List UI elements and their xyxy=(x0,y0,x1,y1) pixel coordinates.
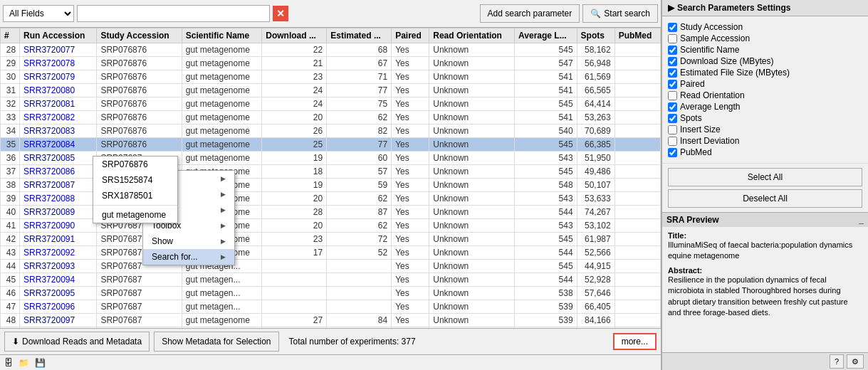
col-orient[interactable]: Read Orientation xyxy=(429,28,515,43)
param-checkbox[interactable] xyxy=(668,46,677,55)
table-row[interactable]: 49SRR3720098SRP07687gut metagenome2062Ye… xyxy=(1,327,661,329)
table-cell: SRP076876 xyxy=(97,84,182,97)
table-cell: 18 xyxy=(262,165,327,179)
col-study[interactable]: Study Accession xyxy=(97,28,182,43)
run-link[interactable]: SRR3720082 xyxy=(23,112,75,122)
run-link[interactable]: SRR3720096 xyxy=(23,302,75,312)
table-cell xyxy=(615,111,660,125)
table-row[interactable]: 30SRR3720079SRP076876gut metagenome2371Y… xyxy=(1,70,661,84)
submenu: SRP076876 SRS1525874 SRX1878501 gut meta… xyxy=(93,156,178,223)
col-spots[interactable]: Spots xyxy=(577,28,615,43)
table-row[interactable]: 35SRR3720084SRP076876gut metagenome2577Y… xyxy=(1,138,661,152)
run-link[interactable]: SRR3720090 xyxy=(23,221,75,231)
run-link[interactable]: SRR3720083 xyxy=(23,126,75,136)
param-checkbox[interactable] xyxy=(668,125,677,134)
param-checkbox[interactable] xyxy=(668,34,677,43)
table-row[interactable]: 29SRR3720078SRP076876gut metagenome2167Y… xyxy=(1,57,661,70)
db-icon[interactable]: 🗄 xyxy=(4,358,13,368)
run-link[interactable]: SRR3720094 xyxy=(23,275,75,285)
run-link[interactable]: SRR3720077 xyxy=(23,45,75,55)
col-pubmed[interactable]: PubMed xyxy=(615,28,660,43)
submenu-item-srp[interactable]: SRP076876 xyxy=(93,157,177,172)
run-link[interactable]: SRR3720079 xyxy=(23,72,75,82)
submenu-item-gut[interactable]: gut metagenome xyxy=(93,207,177,223)
param-checkbox[interactable] xyxy=(668,137,677,146)
clear-button[interactable]: ✕ xyxy=(273,6,288,21)
add-param-button[interactable]: Add search parameter xyxy=(480,4,580,23)
select-all-button[interactable]: Select All xyxy=(668,168,862,186)
ctx-show[interactable]: Show ▶ xyxy=(143,233,234,249)
run-link[interactable]: SRR3720086 xyxy=(23,166,75,176)
table-cell: 39 xyxy=(1,192,20,206)
table-cell: Yes xyxy=(392,233,429,246)
col-paired[interactable]: Paired xyxy=(392,28,429,43)
table-row[interactable]: 28SRR3720077SRP076876gut metagenome2268Y… xyxy=(1,43,661,57)
table-row[interactable]: 45SRR3720094SRP07687gut metagen...YesUnk… xyxy=(1,273,661,287)
col-sci[interactable]: Scientific Name xyxy=(182,28,262,43)
run-link[interactable]: SRR3720095 xyxy=(23,288,75,298)
table-row[interactable]: 46SRR3720095SRP07687gut metagen...YesUnk… xyxy=(1,287,661,300)
table-cell: 62 xyxy=(327,327,392,329)
table-row[interactable]: 33SRR3720082SRP076876gut metagenome2062Y… xyxy=(1,111,661,125)
ctx-search-for[interactable]: Search for... ▶ xyxy=(143,249,234,265)
title-label: Title: xyxy=(668,231,862,240)
preview-collapse[interactable]: _ xyxy=(859,215,864,225)
param-checkbox[interactable] xyxy=(668,80,677,89)
run-link[interactable]: SRR3720091 xyxy=(23,234,75,244)
run-link[interactable]: SRR3720088 xyxy=(23,194,75,204)
col-est[interactable]: Estimated ... xyxy=(327,28,392,43)
deselect-all-button[interactable]: Deselect All xyxy=(668,189,862,208)
table-cell: Unknown xyxy=(429,70,515,84)
search-input[interactable] xyxy=(77,5,270,22)
table-row[interactable]: 34SRR3720083SRP076876gut metagenome2682Y… xyxy=(1,125,661,138)
help-button[interactable]: ? xyxy=(830,354,844,369)
run-link[interactable]: SRR3720093 xyxy=(23,261,75,271)
table-cell: Yes xyxy=(392,300,429,314)
run-link[interactable]: SRR3720084 xyxy=(23,139,75,149)
table-cell: gut metagenome xyxy=(182,57,262,70)
run-link[interactable]: SRR3720078 xyxy=(23,58,75,68)
rp-checkboxes: Study AccessionSample AccessionScientifi… xyxy=(662,16,868,164)
start-search-button[interactable]: 🔍 Start search xyxy=(582,4,658,23)
rp-collapse-arrow[interactable]: ▶ xyxy=(668,3,674,13)
table-row[interactable]: 44SRR3720093SRP07687gut metagen...YesUnk… xyxy=(1,260,661,273)
table-cell: Yes xyxy=(392,219,429,233)
param-checkbox[interactable] xyxy=(668,23,677,32)
run-link[interactable]: SRR3720080 xyxy=(23,85,75,95)
download-btn[interactable]: ⬇ Download Reads and Metadata xyxy=(4,332,150,352)
folder-icon[interactable]: 📁 xyxy=(19,358,29,368)
run-link[interactable]: SRR3720085 xyxy=(23,153,75,163)
table-cell: 36 xyxy=(1,152,20,165)
param-checkbox[interactable] xyxy=(668,148,677,157)
field-select[interactable]: All FieldsRunStudySample xyxy=(3,5,74,22)
param-checkbox[interactable] xyxy=(668,57,677,66)
run-link[interactable]: SRR3720087 xyxy=(23,180,75,190)
table-row[interactable]: 48SRR3720097SRP07687gut metagenome2784Ye… xyxy=(1,314,661,327)
table-cell: SRR3720084 xyxy=(20,138,97,152)
param-checkbox[interactable] xyxy=(668,91,677,100)
param-checkbox[interactable] xyxy=(668,102,677,112)
run-link[interactable]: SRR3720089 xyxy=(23,207,75,217)
save-icon[interactable]: 💾 xyxy=(35,358,46,368)
table-row[interactable]: 47SRR3720096SRP07687gut metagen...YesUnk… xyxy=(1,300,661,314)
metadata-btn[interactable]: Show Metadata for Selection xyxy=(154,332,278,352)
run-link[interactable]: SRR3720081 xyxy=(23,99,75,109)
run-link[interactable]: SRR3720097 xyxy=(23,315,75,325)
table-row[interactable]: 43SRR3720092SRP07687gut metagenome1752Ye… xyxy=(1,246,661,260)
col-run[interactable]: Run Accession xyxy=(20,28,97,43)
settings-button[interactable]: ⚙ xyxy=(847,354,864,369)
table-row[interactable]: 42SRR3720091SRP07687gut metagenome2372Ye… xyxy=(1,233,661,246)
col-avg[interactable]: Average L... xyxy=(515,28,577,43)
table-row[interactable]: 32SRR3720081SRP076876gut metagenome2475Y… xyxy=(1,97,661,111)
submenu-item-srs[interactable]: SRS1525874 xyxy=(93,172,177,188)
submenu-item-srx[interactable]: SRX1878501 xyxy=(93,188,177,204)
param-checkbox[interactable] xyxy=(668,68,677,78)
table-row[interactable]: 31SRR3720080SRP076876gut metagenome2477Y… xyxy=(1,84,661,97)
table-container: # Run Accession Study Accession Scientif… xyxy=(0,28,661,328)
table-cell: Unknown xyxy=(429,43,515,57)
more-button[interactable]: more... xyxy=(613,333,657,350)
param-checkbox[interactable] xyxy=(668,114,677,123)
run-link[interactable]: SRR3720092 xyxy=(23,248,75,258)
table-cell: 544 xyxy=(515,206,577,219)
col-dl[interactable]: Download ... xyxy=(262,28,327,43)
